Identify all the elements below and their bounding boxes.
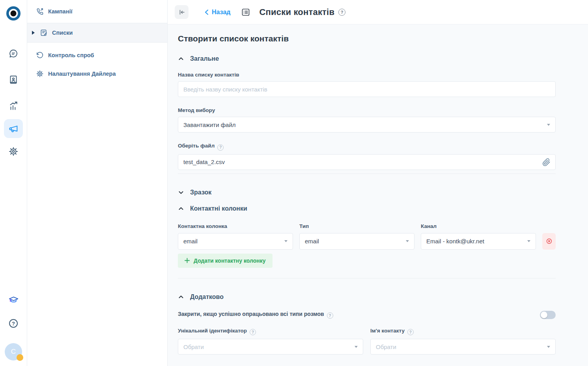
add-contact-column-button[interactable]: Додати контактну колонку <box>178 254 273 268</box>
caret-down-icon <box>547 124 550 126</box>
undo-rotate-icon <box>36 51 44 59</box>
caret-down-icon <box>284 240 287 242</box>
close-on-success-label: Закрити, якщо успішно опрацьовано всі ти… <box>178 311 333 319</box>
expand-triangle-icon <box>32 31 35 35</box>
method-value: Завантажити файл <box>183 121 236 128</box>
caret-down-icon <box>527 240 530 242</box>
chevron-up-icon <box>178 205 184 212</box>
chevron-left-icon <box>204 9 209 15</box>
add-button-label: Додати контактну колонку <box>194 258 266 264</box>
left-icon-rail: ? C <box>0 0 27 366</box>
list-name-label: Назва списку контактів <box>178 72 556 78</box>
main-panel: Назад Списки контактів ? Створити список… <box>168 0 588 366</box>
file-field[interactable]: test_data_2.csv <box>178 154 556 170</box>
education-cap-icon[interactable] <box>4 290 23 309</box>
settings-gear-icon[interactable] <box>4 142 23 161</box>
column-header: Тип <box>299 223 414 229</box>
sidebar-item-campaigns[interactable]: Кампанії <box>27 0 167 23</box>
contact-name-label: Ім'я контакту? <box>370 328 556 336</box>
delete-row-button[interactable] <box>542 233 556 250</box>
unique-id-placeholder: Обрати <box>183 344 204 350</box>
sidebar-item-lists[interactable]: Списки <box>27 23 167 43</box>
type-select[interactable]: email <box>299 233 414 250</box>
page-help-icon[interactable]: ? <box>338 9 345 16</box>
contact-column-value: email <box>183 238 198 245</box>
contact-name-placeholder: Обрати <box>376 344 396 350</box>
section-sample-label: Зразок <box>190 189 211 196</box>
sidebar-item-label: Налаштування Дайлера <box>48 71 116 77</box>
close-on-success-toggle[interactable] <box>540 311 556 319</box>
chevron-up-icon <box>178 294 184 300</box>
list-edit-icon <box>40 29 48 37</box>
contacts-book-icon[interactable] <box>4 70 23 89</box>
section-general-label: Загальне <box>190 55 219 62</box>
section-general-header[interactable]: Загальне <box>178 55 556 62</box>
file-value: test_data_2.csv <box>183 159 225 165</box>
section-additional-label: Додатково <box>190 293 224 301</box>
plus-icon <box>185 258 190 263</box>
column-header: Контактна колонка <box>178 223 293 229</box>
avatar-status-badge <box>17 354 23 361</box>
app-window: ? C Кампанії Списки <box>0 0 588 366</box>
toggle-knob <box>541 312 547 318</box>
unique-id-label: Унікальний ідентифікатор? <box>178 328 363 336</box>
divider <box>178 174 556 174</box>
chevron-up-icon <box>178 56 184 62</box>
contact-column-row: email email Email - kontk@ukr.net <box>178 233 556 250</box>
sidebar-item-label: Кампанії <box>48 8 73 15</box>
create-list-form: Створити список контактів Загальне Назва… <box>168 24 588 366</box>
dialer-sidebar: Кампанії Списки Контроль спроб <box>27 0 168 366</box>
column-header: Канал <box>421 223 536 229</box>
back-label: Назад <box>212 9 230 16</box>
file-help-icon[interactable]: ? <box>217 144 224 151</box>
back-button[interactable]: Назад <box>204 9 230 16</box>
page-header: Назад Списки контактів ? <box>168 0 588 24</box>
sidebar-item-attempt-control[interactable]: Контроль спроб <box>27 46 167 64</box>
section-additional-header[interactable]: Додатково <box>178 293 556 301</box>
channel-value: Email - kontk@ukr.net <box>426 238 484 245</box>
section-contact-columns-label: Контактні колонки <box>190 205 247 212</box>
caret-down-icon <box>355 346 358 348</box>
section-contact-columns-header[interactable]: Контактні колонки <box>178 205 556 212</box>
caret-down-icon <box>547 346 550 348</box>
chat-icon[interactable] <box>4 44 23 63</box>
sidebar-item-label: Списки <box>52 30 73 36</box>
channel-select[interactable]: Email - kontk@ukr.net <box>421 233 536 250</box>
contact-column-select[interactable]: email <box>178 233 293 250</box>
section-sample-header[interactable]: Зразок <box>178 189 556 196</box>
brand-bullseye-logo <box>6 6 21 21</box>
divider <box>178 278 556 278</box>
contact-name-help-icon[interactable]: ? <box>407 329 414 335</box>
analytics-icon[interactable] <box>4 96 23 115</box>
help-icon[interactable]: ? <box>4 314 23 333</box>
method-select[interactable]: Завантажити файл <box>178 117 556 133</box>
user-avatar[interactable]: C <box>5 343 22 360</box>
collapse-arrow-icon <box>178 9 185 16</box>
method-label: Метод вибору <box>178 107 556 113</box>
contact-name-select[interactable]: Обрати <box>370 339 556 355</box>
help-question-glyph: ? <box>9 319 18 328</box>
contact-lists-icon <box>241 7 250 17</box>
collapse-sidebar-button[interactable] <box>175 5 189 19</box>
type-value: email <box>305 238 319 245</box>
remove-circle-icon <box>545 237 553 245</box>
sidebar-item-label: Контроль спроб <box>48 52 94 58</box>
chevron-down-icon <box>178 189 184 196</box>
caret-down-icon <box>406 240 409 242</box>
gear-icon <box>36 70 44 78</box>
sidebar-item-dialer-settings[interactable]: Налаштування Дайлера <box>27 64 167 83</box>
campaigns-megaphone-icon[interactable] <box>4 119 23 138</box>
paperclip-icon[interactable] <box>542 158 551 166</box>
unique-id-select[interactable]: Обрати <box>178 339 363 355</box>
list-name-input[interactable] <box>178 81 556 97</box>
phone-outgoing-icon <box>36 7 44 15</box>
page-title: Списки контактів <box>259 7 334 17</box>
unique-id-help-icon[interactable]: ? <box>250 329 256 335</box>
toggle-help-icon[interactable]: ? <box>327 312 333 319</box>
form-title: Створити список контактів <box>178 34 556 43</box>
file-label: Оберіть файл? <box>178 143 556 151</box>
